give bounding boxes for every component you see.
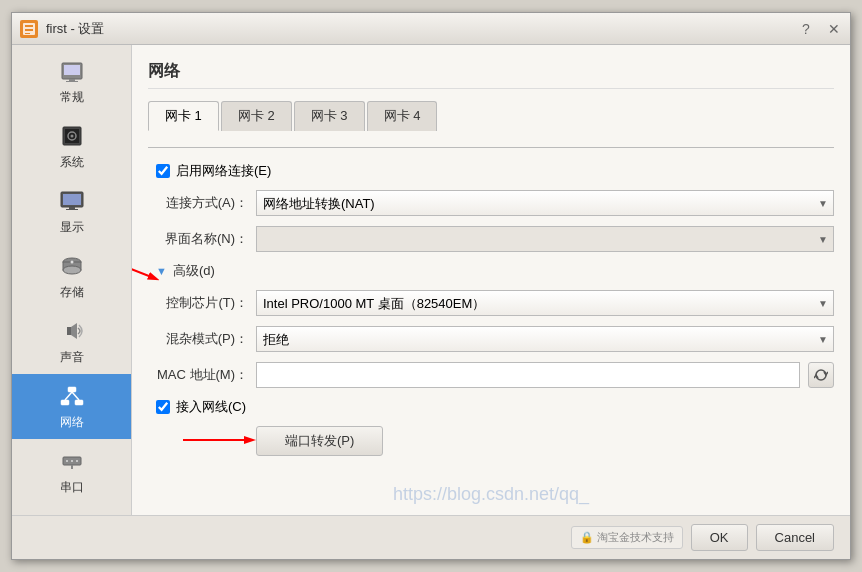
cable-connected-label: 接入网线(C): [176, 398, 246, 416]
promiscuous-select-wrapper: 拒绝 允许虚拟机 全部允许: [256, 326, 834, 352]
sidebar-item-audio[interactable]: 声音: [12, 309, 131, 374]
chip-select-wrapper: Intel PRO/1000 MT 桌面（82540EM）: [256, 290, 834, 316]
connection-type-row: 连接方式(A)： 网络地址转换(NAT) 桥接网卡 内部网络 仅主机(Host-…: [148, 190, 834, 216]
svg-rect-14: [69, 207, 75, 209]
sidebar-label-system: 系统: [60, 154, 84, 171]
svg-rect-5: [64, 65, 80, 75]
svg-point-18: [63, 266, 81, 274]
tab-nic3[interactable]: 网卡 3: [294, 101, 365, 131]
svg-marker-21: [71, 323, 77, 339]
serial-icon: [58, 447, 86, 475]
mac-input[interactable]: 0800272F7C41: [256, 362, 800, 388]
sidebar-label-storage: 存储: [60, 284, 84, 301]
svg-rect-7: [66, 81, 78, 82]
network-tabs: 网卡 1 网卡 2 网卡 3 网卡 4: [148, 101, 834, 131]
connection-type-label: 连接方式(A)：: [148, 194, 248, 212]
titlebar-controls: ? ✕: [798, 21, 842, 37]
window-body: 常规 系统: [12, 45, 850, 515]
tab-nic4[interactable]: 网卡 4: [367, 101, 438, 131]
advanced-toggle[interactable]: ▼ 高级(d): [148, 262, 834, 280]
ok-button[interactable]: OK: [691, 524, 748, 551]
svg-line-25: [65, 392, 72, 400]
mac-row: MAC 地址(M)： 0800272F7C41: [148, 362, 834, 388]
promiscuous-label: 混杂模式(P)：: [148, 330, 248, 348]
tab-nic1[interactable]: 网卡 1: [148, 101, 219, 131]
sidebar-item-usb[interactable]: USB设备: [12, 504, 131, 515]
tab-nic2[interactable]: 网卡 2: [221, 101, 292, 131]
info-badge: 🔒 淘宝金技术支持: [571, 526, 683, 549]
sidebar-label-serial: 串口: [60, 479, 84, 496]
chip-select[interactable]: Intel PRO/1000 MT 桌面（82540EM）: [256, 290, 834, 316]
svg-rect-6: [69, 79, 75, 81]
sidebar-label-network: 网络: [60, 414, 84, 431]
connection-type-select[interactable]: 网络地址转换(NAT) 桥接网卡 内部网络 仅主机(Host-Only)网络: [256, 190, 834, 216]
sidebar-label-display: 显示: [60, 219, 84, 236]
svg-rect-20: [67, 327, 71, 335]
titlebar-left: first - 设置: [20, 20, 105, 38]
network-icon: [58, 382, 86, 410]
enable-network-row: 启用网络连接(E): [148, 162, 834, 180]
promiscuous-select[interactable]: 拒绝 允许虚拟机 全部允许: [256, 326, 834, 352]
section-title: 网络: [148, 61, 834, 89]
promiscuous-row: 混杂模式(P)： 拒绝 允许虚拟机 全部允许: [148, 326, 834, 352]
port-forward-button[interactable]: 端口转发(P): [256, 426, 383, 456]
svg-rect-3: [25, 33, 30, 34]
svg-rect-2: [25, 29, 33, 31]
close-button[interactable]: ✕: [826, 21, 842, 37]
watermark: https://blog.csdn.net/qq_: [132, 484, 850, 505]
sidebar-item-network[interactable]: 网络: [12, 374, 131, 439]
svg-line-26: [72, 392, 79, 400]
display-icon: [58, 187, 86, 215]
sidebar-item-display[interactable]: 显示: [12, 179, 131, 244]
window-title: first - 设置: [46, 20, 105, 38]
svg-rect-15: [66, 209, 78, 210]
mac-label: MAC 地址(M)：: [148, 366, 248, 384]
advanced-arrow-icon: ▼: [156, 265, 167, 277]
advanced-label: 高级(d): [173, 262, 215, 280]
cable-connected-checkbox[interactable]: [156, 400, 170, 414]
general-icon: [58, 57, 86, 85]
system-icon: [58, 122, 86, 150]
svg-rect-22: [68, 387, 76, 392]
svg-rect-13: [63, 194, 81, 205]
cable-connected-row: 接入网线(C): [148, 398, 834, 416]
svg-rect-1: [25, 25, 33, 27]
enable-network-checkbox[interactable]: [156, 164, 170, 178]
chip-label: 控制芯片(T)：: [148, 294, 248, 312]
interface-name-select[interactable]: [256, 226, 834, 252]
app-icon: [20, 20, 38, 38]
interface-name-label: 界面名称(N)：: [148, 230, 248, 248]
svg-point-11: [70, 135, 73, 138]
help-button[interactable]: ?: [798, 21, 814, 37]
sidebar-label-audio: 声音: [60, 349, 84, 366]
titlebar: first - 设置 ? ✕: [12, 13, 850, 45]
sidebar-label-general: 常规: [60, 89, 84, 106]
chip-row: 控制芯片(T)： Intel PRO/1000 MT 桌面（82540EM）: [148, 290, 834, 316]
sidebar-item-storage[interactable]: 存储: [12, 244, 131, 309]
connection-type-select-wrapper: 网络地址转换(NAT) 桥接网卡 内部网络 仅主机(Host-Only)网络: [256, 190, 834, 216]
mac-refresh-button[interactable]: [808, 362, 834, 388]
cancel-button[interactable]: Cancel: [756, 524, 834, 551]
interface-name-row: 界面名称(N)：: [148, 226, 834, 252]
svg-point-30: [76, 460, 78, 462]
enable-network-label: 启用网络连接(E): [176, 162, 271, 180]
sidebar-item-general[interactable]: 常规: [12, 49, 131, 114]
sidebar-item-system[interactable]: 系统: [12, 114, 131, 179]
svg-point-28: [66, 460, 68, 462]
svg-rect-23: [61, 400, 69, 405]
svg-point-29: [71, 460, 73, 462]
footer: 🔒 淘宝金技术支持 OK Cancel: [12, 515, 850, 559]
main-window: first - 设置 ? ✕ 常规: [11, 12, 851, 560]
port-forward-section: 端口转发(P): [148, 426, 834, 456]
main-content: 网络 网卡 1 网卡 2 网卡 3 网卡 4 启用网络连接(E) 连接方式(A)…: [132, 45, 850, 515]
interface-name-select-wrapper: [256, 226, 834, 252]
svg-point-19: [70, 261, 73, 264]
audio-icon: [58, 317, 86, 345]
sidebar-item-serial[interactable]: 串口: [12, 439, 131, 504]
svg-rect-24: [75, 400, 83, 405]
storage-icon: [58, 252, 86, 280]
sidebar: 常规 系统: [12, 45, 132, 515]
